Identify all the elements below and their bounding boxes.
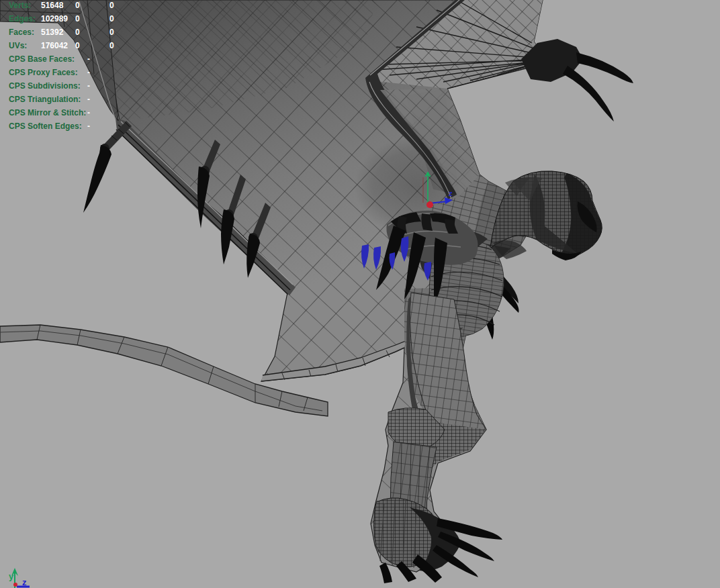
svg-text:y: y bbox=[9, 571, 14, 581]
svg-text:0: 0 bbox=[109, 28, 114, 37]
svg-text:-: - bbox=[87, 95, 90, 104]
svg-text:51648: 51648 bbox=[41, 1, 64, 10]
svg-text:Faces:: Faces: bbox=[9, 28, 34, 37]
svg-text:CPS Soften Edges:: CPS Soften Edges: bbox=[9, 121, 82, 131]
svg-text:0: 0 bbox=[109, 41, 114, 50]
svg-text:CPS Subdivisions:: CPS Subdivisions: bbox=[9, 81, 81, 91]
svg-text:-: - bbox=[87, 81, 90, 91]
svg-text:102989: 102989 bbox=[41, 14, 68, 23]
svg-text:-: - bbox=[87, 68, 90, 77]
svg-text:0: 0 bbox=[109, 14, 114, 23]
svg-text:CPS Triangulation:: CPS Triangulation: bbox=[9, 95, 81, 104]
svg-text:Z: Z bbox=[449, 191, 453, 197]
svg-text:-: - bbox=[87, 108, 90, 117]
svg-text:0: 0 bbox=[109, 1, 114, 10]
svg-text:0: 0 bbox=[75, 41, 80, 50]
svg-text:z: z bbox=[22, 577, 27, 587]
svg-text:CPS Proxy Faces:: CPS Proxy Faces: bbox=[9, 68, 78, 77]
svg-text:0: 0 bbox=[75, 28, 80, 37]
svg-text:Verts:: Verts: bbox=[9, 1, 31, 10]
svg-text:UVs:: UVs: bbox=[9, 41, 27, 50]
svg-text:CPS Mirror & Stitch:: CPS Mirror & Stitch: bbox=[9, 108, 86, 117]
svg-text:Edges:: Edges: bbox=[9, 14, 36, 23]
svg-text:0: 0 bbox=[75, 14, 80, 23]
svg-text:-: - bbox=[87, 121, 90, 131]
svg-text:-: - bbox=[87, 54, 90, 64]
svg-text:176042: 176042 bbox=[41, 41, 68, 50]
svg-text:0: 0 bbox=[75, 1, 80, 10]
svg-text:CPS Base Faces:: CPS Base Faces: bbox=[9, 54, 75, 64]
svg-text:51392: 51392 bbox=[41, 28, 64, 37]
